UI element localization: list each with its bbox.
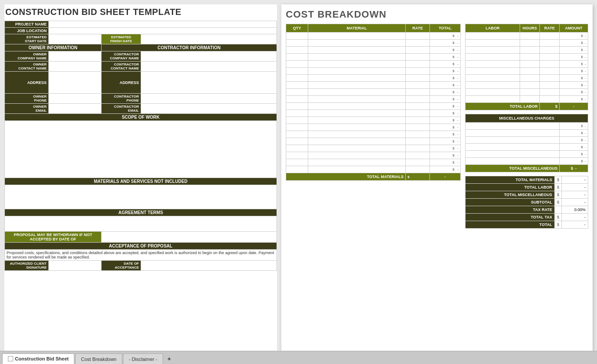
total-materials-value: - — [430, 173, 461, 181]
material-row-20: $ - — [286, 166, 461, 173]
info-headers-row: OWNER INFORMATION CONTRACTOR INFORMATION — [5, 44, 277, 51]
summary-row-7: TOTAL $ - — [466, 221, 588, 229]
bid-table: PROJECT NAME JOB LOCATION ESTIMATEDSTART… — [4, 21, 277, 271]
tab-3-label: - Disclaimer - — [129, 357, 157, 362]
material-row-3: $ - — [286, 47, 461, 54]
tab-construction-bid-sheet[interactable]: Construction Bid Sheet — [2, 353, 74, 364]
owner-email-label: OWNEREMAIL — [5, 104, 49, 114]
est-start-value[interactable] — [49, 34, 102, 44]
contractor-phone-label: CONTRACTORPHONE — [102, 94, 141, 104]
materials-section: QTY MATERIAL RATE TOTAL $ - $ - $ - $ - … — [286, 24, 461, 229]
contractor-company-label: CONTRACTORCOMPANY NAME — [102, 51, 141, 62]
contractor-info-header: CONTRACTOR INFORMATION — [102, 44, 277, 51]
left-panel: CONSTRUCTION BID SHEET TEMPLATE PROJECT … — [4, 4, 277, 351]
material-row-17: $ - — [286, 145, 461, 152]
owner-contact-label: OWNERCONTACT NAME — [5, 62, 49, 72]
agreement-content[interactable] — [5, 216, 277, 232]
misc-header-label: MISCELLANEOUS CHARGES — [466, 114, 588, 123]
project-name-value[interactable] — [49, 21, 277, 28]
est-finish-value[interactable] — [141, 34, 277, 44]
summary-row-4: SUBTOTAL $ - — [466, 199, 588, 206]
summary-total-materials-dollar: $ — [554, 176, 561, 184]
qty-header: QTY — [286, 24, 308, 33]
material-row-19: $ - — [286, 159, 461, 166]
owner-address-value[interactable] — [49, 72, 102, 94]
material-row-7: $ - — [286, 75, 461, 82]
materials-header: QTY MATERIAL RATE TOTAL — [286, 24, 461, 33]
materials-not-included-content[interactable] — [5, 185, 277, 209]
labor-rate-header: RATE — [540, 24, 560, 33]
authorized-signature-value[interactable] — [49, 261, 102, 271]
date-acceptance-value[interactable] — [141, 261, 277, 271]
material-row-16: $ - — [286, 138, 461, 145]
labor-row-1: $ - — [466, 33, 588, 40]
agreement-header-row: AGREEMENT TERMS — [5, 209, 277, 216]
contractor-contact-value[interactable] — [141, 62, 277, 72]
scope-header: SCOPE OF WORK — [5, 114, 277, 121]
amount-header: AMOUNT — [560, 24, 588, 33]
summary-subtotal-label: SUBTOTAL — [466, 199, 555, 206]
authorized-signature-label: AUTHORIZED CLIENTSIGNATURE — [5, 261, 49, 271]
project-name-label: PROJECT NAME — [5, 21, 49, 28]
materials-table: QTY MATERIAL RATE TOTAL $ - $ - $ - $ - … — [286, 24, 461, 181]
summary-total-tax-dollar: $ — [554, 214, 561, 221]
contractor-address-value[interactable] — [141, 72, 277, 94]
signature-row: AUTHORIZED CLIENTSIGNATURE DATE OFACCEPT… — [5, 261, 277, 271]
summary-tax-rate-value[interactable]: 0.00% — [562, 206, 588, 214]
labor-row-2: $ - — [466, 40, 588, 47]
labor-row-3: $ - — [466, 47, 588, 54]
total-labor-label: TOTAL LABOR — [466, 103, 540, 110]
materials-not-included-header: MATERIALS AND SERVICES NOT INCLUDED — [5, 178, 277, 185]
materials-header-row: MATERIALS AND SERVICES NOT INCLUDED — [5, 178, 277, 185]
misc-row-3: $ - — [466, 137, 588, 144]
tab-1-label: Construction Bid Sheet — [15, 356, 69, 361]
scope-content[interactable] — [5, 121, 277, 178]
summary-total-label: TOTAL — [466, 221, 555, 229]
acceptance-header: ACCEPTANCE OF PROPOSAL — [5, 243, 277, 250]
tab-disclaimer[interactable]: - Disclaimer - — [123, 353, 163, 364]
owner-phone-value[interactable] — [49, 94, 102, 104]
contractor-email-value[interactable] — [141, 104, 277, 114]
total-labor-dollar: $ — [540, 103, 560, 110]
contractor-company-value[interactable] — [141, 51, 277, 62]
owner-company-value[interactable] — [49, 51, 102, 62]
tab-2-label: Cost Breakdown — [81, 357, 116, 362]
contractor-contact-label: CONTRACTORCONTACT NAME — [102, 62, 141, 72]
contractor-address-label: ADDRESS — [102, 72, 141, 94]
tab-cost-breakdown[interactable]: Cost Breakdown — [75, 353, 122, 364]
owner-email-value[interactable] — [49, 104, 102, 114]
summary-total-materials-value: - — [562, 176, 588, 184]
material-row-13: $ - — [286, 117, 461, 124]
summary-subtotal-dollar: $ — [554, 199, 561, 206]
summary-total-misc-value: - — [562, 191, 588, 199]
material-row-15: $ - — [286, 131, 461, 138]
add-tab-button[interactable]: + — [164, 353, 175, 364]
est-finish-label: ESTIMATEDFINISH DATE — [102, 34, 141, 44]
hours-header: HOURS — [520, 24, 540, 33]
job-location-row: JOB LOCATION — [5, 28, 277, 34]
job-location-value[interactable] — [49, 28, 277, 34]
owner-contact-value[interactable] — [49, 62, 102, 72]
summary-row-1: TOTAL MATERIALS $ - — [466, 176, 588, 184]
summary-total-materials-label: TOTAL MATERIALS — [466, 176, 555, 184]
acceptance-text-row: Proposed costs, specifications, and cond… — [5, 250, 277, 261]
contractor-phone-value[interactable] — [141, 94, 277, 104]
project-name-row: PROJECT NAME — [5, 21, 277, 28]
scope-header-row: SCOPE OF WORK — [5, 114, 277, 121]
summary-total-misc-dollar: $ — [554, 191, 561, 199]
misc-row-2: $ - — [466, 130, 588, 137]
labor-row-8: $ - — [466, 82, 588, 89]
summary-total-labor-dollar: $ — [554, 184, 561, 191]
cost-tables-row: QTY MATERIAL RATE TOTAL $ - $ - $ - $ - … — [286, 24, 588, 229]
labor-row-5: $ - — [466, 61, 588, 68]
total-materials-dollar: $ — [406, 173, 430, 181]
labor-row-4: $ - — [466, 54, 588, 61]
proposal-date-value[interactable] — [102, 232, 277, 243]
right-panel: COST BREAKDOWN QTY MATERIAL RATE TOTAL $… — [281, 4, 593, 351]
labor-header: LABOR HOURS RATE AMOUNT — [466, 24, 588, 33]
proposal-banner-row: PROPOSAL MAY BE WITHDRAWN IF NOT ACCEPTE… — [5, 232, 277, 243]
main-title: CONSTRUCTION BID SHEET TEMPLATE — [4, 4, 277, 21]
contractor-email-label: CONTRACTOREMAIL — [102, 104, 141, 114]
rate-header: RATE — [406, 24, 430, 33]
labor-misc-section: LABOR HOURS RATE AMOUNT $ - $ - $ - $ - … — [465, 24, 588, 229]
